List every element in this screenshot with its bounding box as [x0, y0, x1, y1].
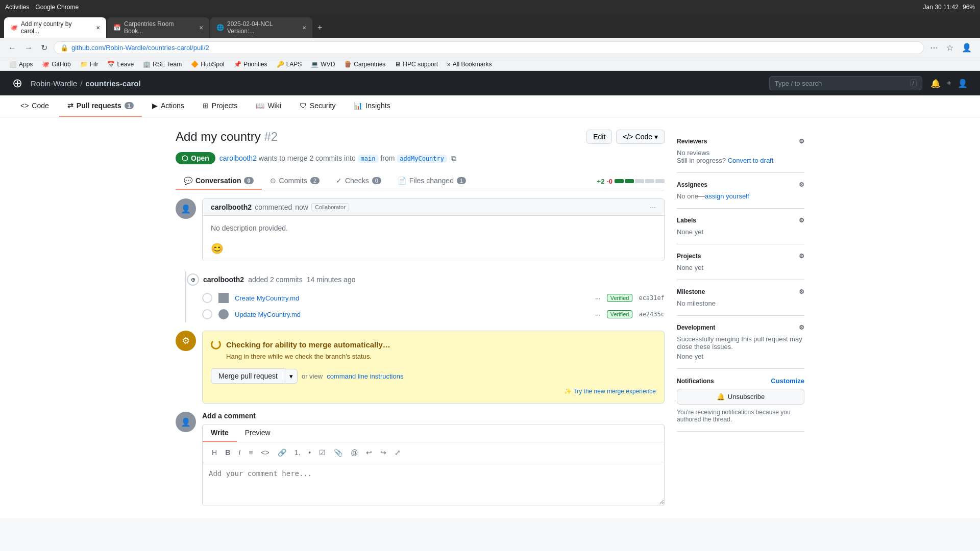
target-branch[interactable]: main — [358, 155, 379, 163]
profile-button[interactable]: 👤 — [960, 41, 974, 55]
commits-author[interactable]: carolbooth2 — [203, 276, 244, 284]
commit-sha-1[interactable]: eca31ef — [639, 294, 665, 302]
bookmark-apps[interactable]: ⬜Apps — [6, 59, 36, 69]
customize-link[interactable]: Customize — [771, 377, 804, 385]
nav-projects[interactable]: ⊞ Projects — [194, 95, 246, 117]
plus-icon[interactable]: + — [947, 79, 951, 88]
merge-experience-link[interactable]: ✨ Try the new merge experience — [564, 388, 656, 395]
comment-more-icon[interactable]: ··· — [650, 203, 656, 211]
bookmarks-bar: ⬜Apps 🐙GitHub 📁Filr 📅Leave 🏢RSE Team 🔶Hu… — [0, 58, 980, 71]
development-section: Development ⚙ Successfully merging this … — [677, 316, 804, 369]
commenter-name[interactable]: carolbooth2 — [211, 203, 252, 211]
nav-security[interactable]: 🛡 Security — [291, 95, 344, 117]
breadcrumb-user[interactable]: Robin-Wardle — [31, 79, 77, 88]
extensions-button[interactable]: ⋯ — [928, 41, 940, 55]
comment-textarea[interactable] — [203, 463, 664, 504]
toolbar-expand[interactable]: ⤢ — [391, 446, 404, 459]
tab-1[interactable]: 🐙 Add my country by carol... ✕ — [4, 17, 106, 38]
development-gear[interactable]: ⚙ — [799, 324, 804, 331]
bookmark-all[interactable]: »All Bookmarks — [444, 59, 495, 69]
command-line-link[interactable]: command line instructions — [327, 372, 403, 380]
assignees-gear[interactable]: ⚙ — [799, 181, 804, 188]
milestone-gear[interactable]: ⚙ — [799, 288, 804, 295]
toolbar-link[interactable]: 🔗 — [275, 446, 289, 459]
toolbar-redo[interactable]: ↪ — [377, 446, 389, 459]
bookmark-filr[interactable]: 📁Filr — [77, 59, 102, 69]
nav-wiki[interactable]: 📖 Wiki — [248, 95, 289, 117]
nav-insights[interactable]: 📊 Insights — [346, 95, 398, 117]
edit-button[interactable]: Edit — [586, 130, 612, 144]
github-search[interactable]: Type / to search / — [769, 76, 922, 90]
toolbar-bold[interactable]: B — [222, 446, 233, 459]
tab-commits[interactable]: ⊙ Commits 2 — [262, 172, 328, 190]
commit-options-1[interactable]: ··· — [595, 294, 601, 302]
tab-close-2[interactable]: ✕ — [199, 25, 203, 31]
bookmark-laps[interactable]: 🔑LAPS — [274, 59, 305, 69]
commits-time[interactable]: 14 minutes ago — [307, 276, 356, 284]
tab-close-1[interactable]: ✕ — [96, 25, 100, 31]
notifications-icon[interactable]: 🔔 — [930, 79, 941, 88]
bookmark-hubspot[interactable]: 🔶HubSpot — [188, 59, 228, 69]
url-bar[interactable]: 🔒 github.com/Robin-Wardle/countries-caro… — [54, 41, 924, 54]
merge-dropdown-arrow[interactable]: ▾ — [285, 369, 298, 384]
toolbar-code[interactable]: <> — [258, 446, 272, 459]
nav-pull-requests[interactable]: ⇄ Pull requests 1 — [59, 95, 142, 117]
bookmark-button[interactable]: ☆ — [944, 41, 955, 55]
pull-request-icon: ⇄ — [67, 102, 74, 110]
os-activities[interactable]: Activities — [5, 4, 29, 11]
tab-3[interactable]: 🌐 2025-02-04-NCL Version:... ✕ — [210, 17, 312, 38]
toolbar-mention[interactable]: @ — [348, 446, 361, 459]
nav-actions[interactable]: ▶ Actions — [144, 95, 192, 117]
new-tab-button[interactable]: + — [313, 21, 326, 34]
tab-2[interactable]: 📅 Carpentries Room Book... ✕ — [107, 17, 209, 38]
toolbar-italic[interactable]: I — [235, 446, 243, 459]
bookmark-carpentries[interactable]: 🪵Carpentries — [341, 59, 388, 69]
reviewers-gear[interactable]: ⚙ — [799, 138, 804, 145]
toolbar-ordered-list[interactable]: 1. — [291, 446, 304, 459]
nav-code[interactable]: <> Code — [12, 95, 57, 117]
bookmark-github[interactable]: 🐙GitHub — [39, 59, 74, 69]
editor-tab-preview[interactable]: Preview — [237, 424, 279, 442]
assign-yourself-link[interactable]: assign yourself — [705, 192, 749, 200]
commit-sha-2[interactable]: ae2435c — [639, 311, 665, 318]
forward-button[interactable]: → — [22, 41, 35, 55]
projects-icon: ⊞ — [203, 102, 209, 110]
merge-button[interactable]: Merge pull request — [211, 368, 285, 384]
pr-status-badge: ⬡ Open — [176, 152, 215, 164]
bookmark-priorities[interactable]: 📌Priorities — [231, 59, 271, 69]
source-branch[interactable]: addMyCountry — [397, 155, 447, 163]
breadcrumb-repo[interactable]: countries-carol — [85, 79, 140, 88]
bookmark-hpc[interactable]: 🖥HPC support — [391, 59, 441, 69]
unsubscribe-button[interactable]: 🔔 Unsubscribe — [677, 389, 804, 405]
copy-compare-icon[interactable]: ⧉ — [451, 154, 456, 163]
code-dropdown-button[interactable]: </> Code ▾ — [616, 130, 665, 144]
tab-conversation[interactable]: 💬 Conversation 0 — [176, 172, 262, 190]
tab-files-changed[interactable]: 📄 Files changed 1 — [389, 172, 474, 190]
toolbar-attach[interactable]: 📎 — [331, 446, 346, 459]
user-avatar[interactable]: 👤 — [958, 79, 968, 88]
status-label: Open — [191, 154, 209, 162]
back-button[interactable]: ← — [6, 41, 18, 55]
commit-bullet-2 — [202, 309, 212, 319]
refresh-button[interactable]: ↻ — [39, 41, 50, 55]
commit-message-2[interactable]: Update MyCountry.md — [235, 311, 589, 318]
bookmark-leave[interactable]: 📅Leave — [104, 59, 137, 69]
toolbar-heading[interactable]: H — [209, 446, 220, 459]
labels-gear[interactable]: ⚙ — [799, 217, 804, 224]
projects-gear[interactable]: ⚙ — [799, 253, 804, 260]
commit-message-1[interactable]: Create MyCountry.md — [235, 294, 589, 302]
bookmark-wvd[interactable]: 💻WVD — [308, 59, 338, 69]
toolbar-unordered-list[interactable]: • — [305, 446, 314, 459]
toolbar-tasklist[interactable]: ☑ — [316, 446, 329, 459]
toolbar-undo[interactable]: ↩ — [363, 446, 375, 459]
bookmark-rse[interactable]: 🏢RSE Team — [140, 59, 185, 69]
tab-files-label: Files changed — [409, 177, 454, 185]
convert-to-draft-link[interactable]: Convert to draft — [728, 157, 774, 164]
tab-close-3[interactable]: ✕ — [302, 25, 306, 31]
comment-emoji-react[interactable]: 😊 — [203, 240, 664, 261]
commit-options-2[interactable]: ··· — [595, 311, 601, 318]
toolbar-list[interactable]: ≡ — [246, 446, 256, 459]
tab-checks[interactable]: ✓ Checks 0 — [328, 172, 389, 190]
pr-author-link[interactable]: carolbooth2 — [219, 154, 257, 162]
editor-tab-write[interactable]: Write — [203, 424, 237, 442]
